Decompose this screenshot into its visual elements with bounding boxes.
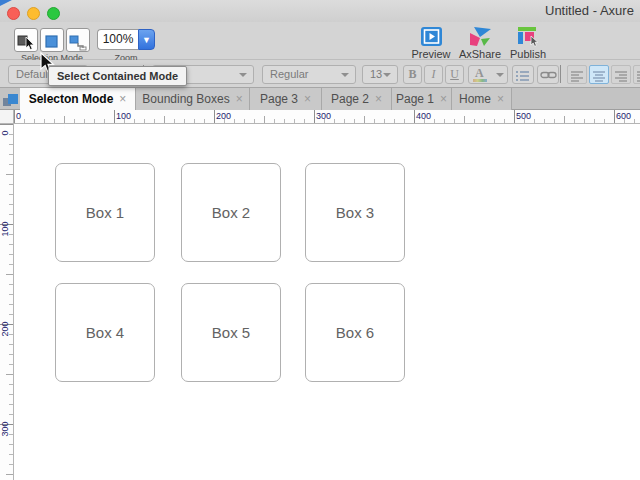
ruler-number: 0	[0, 122, 10, 144]
close-icon[interactable]: ×	[440, 92, 447, 106]
font-size-dropdown[interactable]: 13	[362, 65, 398, 84]
axure-window: Untitled - Axure Selection Mode 100% ▼ Z…	[0, 0, 640, 480]
window-title: Untitled - Axure	[545, 3, 634, 18]
canvas-box-6[interactable]: Box 6	[305, 283, 405, 382]
close-icon[interactable]: ×	[497, 92, 504, 106]
close-window-button[interactable]	[7, 7, 20, 20]
tab-selecton-mode[interactable]: Selecton Mode ×	[20, 88, 136, 110]
design-canvas[interactable]: Box 1 Box 2 Box 3 Box 4 Box 5 Box 6	[14, 124, 640, 480]
ruler-number: 200	[0, 318, 10, 340]
canvas-box-1[interactable]: Box 1	[55, 163, 155, 262]
select-intersected-mode-button[interactable]	[14, 28, 38, 52]
ruler-number: 200	[216, 111, 231, 121]
axshare-icon	[468, 26, 493, 47]
tab-bounding-boxes[interactable]: Bounding Boxes ×	[136, 88, 250, 110]
font-weight-dropdown[interactable]: Regular	[262, 65, 356, 84]
ruler-number: 100	[116, 111, 131, 121]
close-icon[interactable]: ×	[236, 92, 243, 106]
chevron-down-icon	[496, 73, 504, 81]
horizontal-ruler[interactable]: 0 100 200 300 400 500 600	[14, 110, 640, 124]
tab-label: Page 2	[331, 92, 369, 106]
align-center-button[interactable]	[589, 65, 609, 84]
bullet-list-icon	[515, 69, 531, 82]
ruler-number: 100	[0, 218, 10, 240]
align-left-button[interactable]	[567, 65, 587, 84]
axshare-label: AxShare	[455, 48, 505, 60]
font-color-swatch	[473, 79, 487, 82]
chevron-down-icon: ▼	[142, 35, 151, 45]
select-intersected-icon	[17, 33, 35, 51]
titlebar: Untitled - Axure	[0, 0, 640, 22]
font-color-button[interactable]: A	[468, 65, 508, 84]
tab-label: Page 3	[260, 92, 298, 106]
tab-label: Selecton Mode	[29, 92, 114, 106]
minimize-window-button[interactable]	[27, 7, 40, 20]
ruler-number: 600	[616, 111, 631, 121]
ruler-number: 300	[316, 111, 331, 121]
align-left-icon	[571, 71, 584, 82]
ruler-number: 300	[0, 418, 10, 440]
preview-label: Preview	[406, 48, 456, 60]
italic-button[interactable]: I	[424, 65, 443, 84]
canvas-box-4[interactable]: Box 4	[55, 283, 155, 382]
main-toolbar: Selection Mode 100% ▼ Zoom Preview AxSha…	[0, 22, 640, 60]
publish-button[interactable]: Publish	[503, 26, 553, 60]
ruler-number: 0	[16, 111, 21, 121]
zoom-window-button[interactable]	[47, 7, 60, 20]
connect-mode-icon	[69, 33, 87, 51]
connect-mode-button[interactable]	[66, 28, 90, 52]
tab-label: Home	[459, 92, 491, 106]
close-icon[interactable]: ×	[304, 92, 311, 106]
tab-label: Bounding Boxes	[142, 92, 229, 106]
canvas-box-5[interactable]: Box 5	[181, 283, 281, 382]
link-icon	[540, 69, 557, 81]
zoom-value-field[interactable]: 100%	[97, 29, 138, 50]
align-justify-button[interactable]	[633, 65, 640, 84]
align-justify-icon	[637, 71, 640, 82]
bold-button[interactable]: B	[403, 65, 422, 84]
tab-home[interactable]: Home ×	[452, 88, 512, 110]
tooltip: Select Contained Mode	[48, 66, 187, 86]
align-right-button[interactable]	[611, 65, 631, 84]
align-center-icon	[593, 71, 606, 82]
tab-label: Page 1	[396, 92, 434, 106]
preview-icon	[420, 26, 443, 47]
hyperlink-button[interactable]	[537, 65, 559, 84]
ruler-number: 500	[516, 111, 531, 121]
sitemap-icon	[0, 88, 20, 110]
bullet-list-button[interactable]	[512, 65, 534, 84]
canvas-box-3[interactable]: Box 3	[305, 163, 405, 262]
select-contained-icon	[43, 33, 61, 51]
toolbar-separator	[560, 65, 561, 83]
tab-page-3[interactable]: Page 3 ×	[250, 88, 322, 110]
tab-page-2[interactable]: Page 2 ×	[322, 88, 392, 110]
underline-button[interactable]: U	[445, 65, 464, 84]
preview-button[interactable]: Preview	[406, 26, 456, 60]
axshare-button[interactable]: AxShare	[455, 26, 505, 60]
zoom-dropdown-button[interactable]: ▼	[138, 29, 155, 50]
close-icon[interactable]: ×	[375, 92, 382, 106]
tab-page-1[interactable]: Page 1 ×	[392, 88, 452, 110]
canvas-box-2[interactable]: Box 2	[181, 163, 281, 262]
page-tabbar: Selecton Mode × Bounding Boxes × Page 3 …	[0, 88, 640, 110]
publish-icon	[516, 26, 540, 47]
vertical-ruler[interactable]: 0 100 200 300	[0, 124, 14, 480]
publish-label: Publish	[503, 48, 553, 60]
select-contained-mode-button[interactable]	[40, 28, 64, 52]
align-right-icon	[615, 71, 628, 82]
close-icon[interactable]: ×	[119, 92, 126, 106]
ruler-number: 400	[416, 111, 431, 121]
